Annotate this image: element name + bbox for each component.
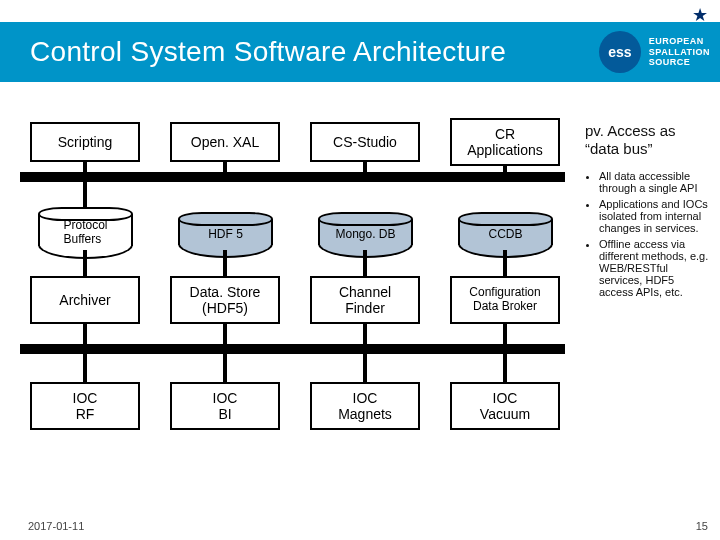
box-scripting: Scripting — [30, 122, 140, 162]
bus-line — [20, 172, 565, 182]
footer-page: 15 — [696, 520, 708, 532]
brand-wordmark: EUROPEAN SPALLATION SOURCE — [649, 36, 710, 67]
connector — [223, 250, 227, 276]
diagram-stage: Scripting Open. XAL CS-Studio CR Applica… — [0, 92, 720, 522]
box-archiver: Archiver — [30, 276, 140, 324]
connector — [503, 324, 507, 348]
sidebar-bullets: All data accessible through a single API… — [585, 170, 710, 298]
bullet-item: Offline access via different methods, e.… — [599, 238, 710, 298]
footer-date: 2017-01-11 — [28, 520, 84, 532]
brand-logo: ess EUROPEAN SPALLATION SOURCE — [599, 22, 710, 82]
box-csstudio: CS-Studio — [310, 122, 420, 162]
connector — [83, 324, 87, 348]
box-ioc-rf: IOC RF — [30, 382, 140, 430]
page-title: Control System Software Architecture — [30, 36, 506, 68]
box-openxal: Open. XAL — [170, 122, 280, 162]
box-ioc-bi: IOC BI — [170, 382, 280, 430]
box-ioc-vacuum: IOC Vacuum — [450, 382, 560, 430]
connector — [223, 352, 227, 382]
connector — [83, 180, 87, 210]
box-ioc-magnets: IOC Magnets — [310, 382, 420, 430]
bullet-item: All data accessible through a single API — [599, 170, 710, 194]
connector — [83, 352, 87, 382]
box-cr-applications: CR Applications — [450, 118, 560, 166]
box-datastore: Data. Store (HDF5) — [170, 276, 280, 324]
connector — [363, 324, 367, 348]
connector — [503, 352, 507, 382]
bus-line — [20, 344, 565, 354]
connector — [503, 166, 507, 176]
sidebar: pv. Access as “data bus” All data access… — [585, 122, 710, 302]
connector — [363, 352, 367, 382]
bullet-item: Applications and IOCs isolated from inte… — [599, 198, 710, 234]
ess-logo-icon: ess — [599, 31, 641, 73]
box-channel-finder: Channel Finder — [310, 276, 420, 324]
connector — [363, 162, 367, 176]
sidebar-title: pv. Access as “data bus” — [585, 122, 710, 158]
connector — [503, 250, 507, 276]
connector — [223, 162, 227, 176]
connector — [83, 162, 87, 176]
box-config-broker: Configuration Data Broker — [450, 276, 560, 324]
connector — [223, 324, 227, 348]
connector — [363, 250, 367, 276]
connector — [83, 250, 87, 276]
